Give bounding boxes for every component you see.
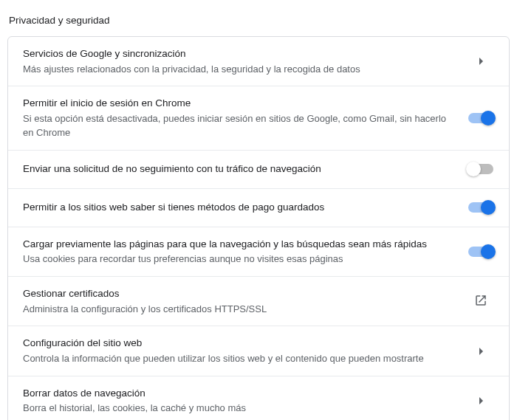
- row-subtitle: Administra la configuración y los certif…: [23, 303, 456, 317]
- settings-row[interactable]: Servicios de Google y sincronizaciónMás …: [8, 37, 509, 86]
- row-toggle: [468, 247, 494, 257]
- toggle-switch[interactable]: [468, 164, 493, 174]
- row-toggle: [468, 164, 494, 174]
- row-title: Permitir el inicio de sesión en Chrome: [23, 96, 456, 111]
- row-title: Enviar una solicitud de no seguimiento c…: [23, 162, 456, 176]
- row-text: Servicios de Google y sincronizaciónMás …: [23, 47, 468, 76]
- row-text: Configuración del sitio webControla la i…: [23, 336, 468, 365]
- toggle-switch[interactable]: [468, 202, 493, 213]
- row-subtitle: Controla la información que pueden utili…: [23, 352, 456, 366]
- settings-row[interactable]: Permitir el inicio de sesión en ChromeSi…: [8, 86, 509, 149]
- row-text: Permitir a los sitios web saber si tiene…: [23, 200, 468, 215]
- row-text: Enviar una solicitud de no seguimiento c…: [23, 162, 468, 176]
- chevron-right-icon: [479, 348, 483, 355]
- settings-row[interactable]: Borrar datos de navegaciónBorra el histo…: [8, 376, 509, 420]
- toggle-knob: [466, 162, 481, 176]
- row-title: Borrar datos de navegación: [23, 386, 456, 401]
- toggle-knob: [481, 200, 496, 215]
- row-title: Permitir a los sitios web saber si tiene…: [23, 200, 456, 215]
- row-toggle: [468, 113, 494, 123]
- chevron-right-icon: [479, 58, 483, 65]
- row-external: [468, 294, 494, 309]
- external-link-icon: [474, 294, 487, 309]
- row-title: Servicios de Google y sincronización: [23, 47, 456, 61]
- row-text: Permitir el inicio de sesión en ChromeSi…: [23, 96, 468, 140]
- row-subtitle: Si esta opción está desactivada, puedes …: [23, 112, 456, 140]
- settings-card: Servicios de Google y sincronizaciónMás …: [7, 36, 510, 420]
- row-subtitle: Borra el historial, las cookies, la cach…: [23, 402, 456, 416]
- settings-row[interactable]: Configuración del sitio webControla la i…: [8, 326, 509, 375]
- toggle-switch[interactable]: [468, 247, 493, 257]
- chevron-right-icon: [479, 397, 483, 404]
- row-disclosure: [468, 397, 494, 404]
- settings-row[interactable]: Gestionar certificadosAdministra la conf…: [8, 276, 509, 326]
- settings-row[interactable]: Cargar previamente las páginas para que …: [8, 227, 509, 276]
- row-disclosure: [468, 348, 494, 355]
- row-title: Gestionar certificados: [23, 286, 456, 301]
- row-toggle: [468, 202, 494, 213]
- row-text: Borrar datos de navegaciónBorra el histo…: [23, 386, 468, 416]
- row-title: Configuración del sitio web: [23, 336, 456, 351]
- row-text: Gestionar certificadosAdministra la conf…: [23, 286, 468, 316]
- row-subtitle: Usa cookies para recordar tus preferenci…: [23, 252, 456, 266]
- settings-row[interactable]: Permitir a los sitios web saber si tiene…: [8, 188, 509, 227]
- row-title: Cargar previamente las páginas para que …: [23, 237, 456, 252]
- row-disclosure: [468, 58, 494, 65]
- row-text: Cargar previamente las páginas para que …: [23, 237, 468, 266]
- row-subtitle: Más ajustes relacionados con la privacid…: [23, 63, 456, 77]
- settings-row[interactable]: Enviar una solicitud de no seguimiento c…: [8, 150, 509, 188]
- toggle-knob: [481, 111, 496, 125]
- toggle-knob: [481, 244, 496, 259]
- section-title: Privacidad y seguridad: [7, 12, 510, 36]
- toggle-switch[interactable]: [468, 113, 493, 123]
